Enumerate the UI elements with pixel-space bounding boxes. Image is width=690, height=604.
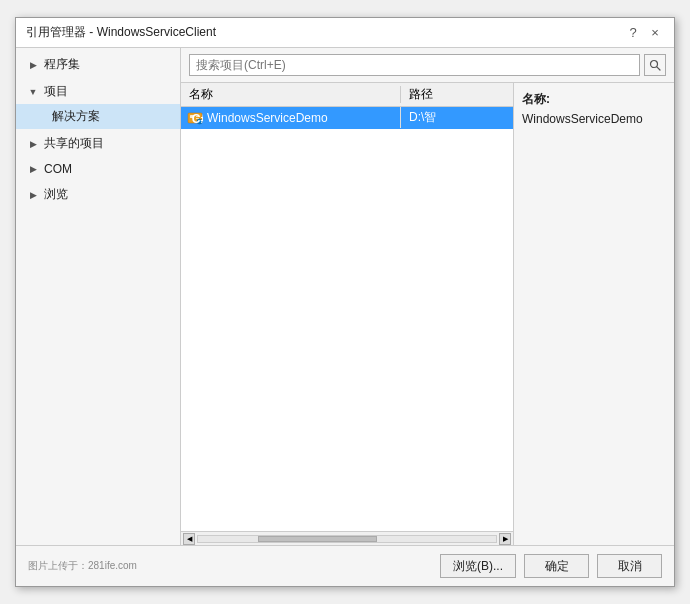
sidebar-item-projects[interactable]: ▼ 项目 bbox=[16, 79, 180, 104]
footer-info: 图片上传于：281ife.com bbox=[28, 559, 432, 573]
dialog-body: ▶ 程序集 ▼ 项目 解决方案 ▶ 共享的项目 bbox=[16, 48, 674, 545]
svg-text:C#: C# bbox=[192, 112, 203, 126]
sidebar-item-shared[interactable]: ▶ 共享的项目 bbox=[16, 131, 180, 156]
scroll-track[interactable] bbox=[197, 535, 497, 543]
sidebar-label-com: COM bbox=[44, 162, 72, 176]
sidebar-item-solution[interactable]: 解决方案 bbox=[16, 104, 180, 129]
detail-name-value: WindowsServiceDemo bbox=[522, 112, 666, 126]
expand-icon-assemblies: ▶ bbox=[26, 58, 40, 72]
sidebar-item-browse[interactable]: ▶ 浏览 bbox=[16, 182, 180, 207]
sidebar-section-assemblies: ▶ 程序集 bbox=[16, 52, 180, 77]
sidebar: ▶ 程序集 ▼ 项目 解决方案 ▶ 共享的项目 bbox=[16, 48, 181, 545]
scroll-thumb[interactable] bbox=[258, 536, 377, 542]
table-header: 名称 路径 bbox=[181, 83, 513, 107]
scroll-right-button[interactable]: ▶ bbox=[499, 533, 511, 545]
search-icon bbox=[649, 59, 661, 71]
title-bar-controls: ? × bbox=[624, 24, 664, 42]
content-area: 名称 路径 bbox=[181, 83, 674, 545]
sidebar-label-projects: 项目 bbox=[44, 83, 68, 100]
scroll-left-button[interactable]: ◀ bbox=[183, 533, 195, 545]
cancel-button[interactable]: 取消 bbox=[597, 554, 662, 578]
search-bar bbox=[181, 48, 674, 83]
expand-icon-shared: ▶ bbox=[26, 137, 40, 151]
table-area: 名称 路径 bbox=[181, 83, 514, 545]
sidebar-label-browse: 浏览 bbox=[44, 186, 68, 203]
detail-name-label: 名称: bbox=[522, 91, 666, 108]
expand-icon-projects: ▼ bbox=[26, 85, 40, 99]
sidebar-section-projects: ▼ 项目 解决方案 bbox=[16, 79, 180, 129]
horizontal-scrollbar[interactable]: ◀ ▶ bbox=[181, 531, 513, 545]
sidebar-item-assemblies[interactable]: ▶ 程序集 bbox=[16, 52, 180, 77]
svg-line-1 bbox=[657, 67, 660, 70]
table-body: C# WindowsServiceDemo D:\智 bbox=[181, 107, 513, 531]
browse-button[interactable]: 浏览(B)... bbox=[440, 554, 516, 578]
row-name-text: WindowsServiceDemo bbox=[207, 111, 328, 125]
dialog-title: 引用管理器 - WindowsServiceClient bbox=[26, 24, 216, 41]
row-path-cell: D:\智 bbox=[401, 109, 513, 126]
col-header-name: 名称 bbox=[181, 86, 401, 103]
sidebar-label-shared: 共享的项目 bbox=[44, 135, 104, 152]
sidebar-label-solution: 解决方案 bbox=[52, 109, 100, 123]
close-button[interactable]: × bbox=[646, 24, 664, 42]
reference-manager-dialog: 引用管理器 - WindowsServiceClient ? × ▶ 程序集 ▼… bbox=[15, 17, 675, 587]
help-button[interactable]: ? bbox=[624, 24, 642, 42]
sidebar-item-com[interactable]: ▶ COM bbox=[16, 158, 180, 180]
table-row[interactable]: C# WindowsServiceDemo D:\智 bbox=[181, 107, 513, 129]
footer: 图片上传于：281ife.com 浏览(B)... 确定 取消 bbox=[16, 545, 674, 586]
sidebar-section-com: ▶ COM bbox=[16, 158, 180, 180]
sidebar-label-assemblies: 程序集 bbox=[44, 56, 80, 73]
title-bar: 引用管理器 - WindowsServiceClient ? × bbox=[16, 18, 674, 48]
search-input[interactable] bbox=[189, 54, 640, 76]
search-button[interactable] bbox=[644, 54, 666, 76]
project-icon: C# bbox=[187, 110, 203, 126]
expand-icon-browse: ▶ bbox=[26, 188, 40, 202]
main-area: 名称 路径 bbox=[181, 48, 674, 545]
detail-panel: 名称: WindowsServiceDemo bbox=[514, 83, 674, 545]
row-name-cell: C# WindowsServiceDemo bbox=[181, 107, 401, 128]
ok-button[interactable]: 确定 bbox=[524, 554, 589, 578]
sidebar-section-browse: ▶ 浏览 bbox=[16, 182, 180, 207]
sidebar-section-shared: ▶ 共享的项目 bbox=[16, 131, 180, 156]
expand-icon-com: ▶ bbox=[26, 162, 40, 176]
col-header-path: 路径 bbox=[401, 86, 513, 103]
